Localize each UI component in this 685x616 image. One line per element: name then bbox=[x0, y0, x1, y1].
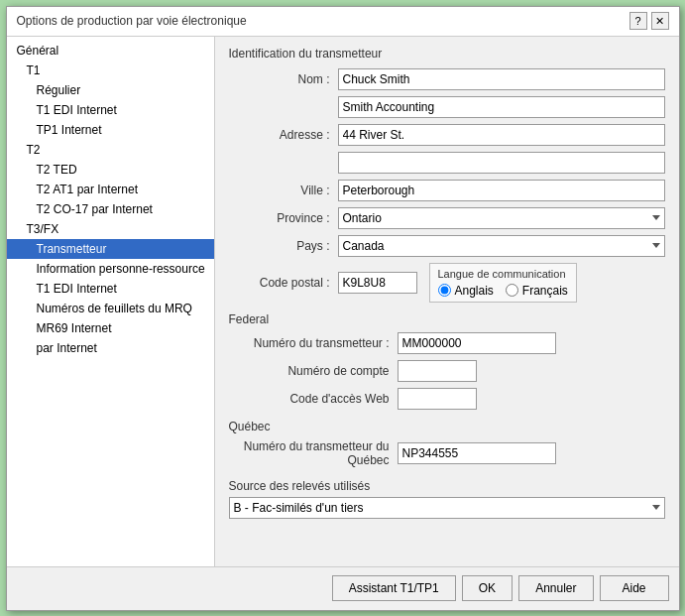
ville-row: Ville : bbox=[229, 180, 665, 201]
langue-anglais-label: Anglais bbox=[455, 284, 494, 298]
ville-input[interactable] bbox=[338, 180, 665, 201]
nom-row1: Nom : bbox=[229, 68, 665, 90]
nom-row2 bbox=[229, 96, 665, 118]
sidebar-item-numeros-mrq[interactable]: Numéros de feuillets du MRQ bbox=[7, 299, 214, 318]
langue-francais-radio[interactable] bbox=[506, 284, 518, 297]
adresse-row1: Adresse : bbox=[229, 124, 665, 146]
source-section: Source des relevés utilisés B - Fac-simi… bbox=[229, 479, 665, 519]
langue-title: Langue de communication bbox=[438, 268, 568, 280]
postal-lang-row: Code postal : Langue de communication An… bbox=[229, 263, 665, 303]
adresse-input2[interactable] bbox=[338, 152, 665, 174]
sidebar-item-info-personne[interactable]: Information personne-ressource bbox=[7, 259, 214, 279]
langue-anglais-radio[interactable] bbox=[438, 284, 451, 297]
langue-options: Anglais Français bbox=[438, 284, 568, 298]
main-content: Identification du transmetteur Nom : Adr… bbox=[215, 37, 679, 566]
sidebar-item-t3fx[interactable]: T3/FX bbox=[7, 219, 214, 239]
province-label: Province : bbox=[229, 211, 338, 225]
langue-francais-option[interactable]: Français bbox=[506, 284, 568, 298]
code-acces-input[interactable] bbox=[398, 388, 477, 410]
sidebar: Général T1 Régulier T1 EDI Internet TP1 … bbox=[7, 37, 215, 566]
quebec-numero-row: Numéro du transmetteur du Québec bbox=[229, 439, 665, 467]
federal-section: Federal Numéro du transmetteur : Numéro … bbox=[229, 312, 665, 410]
dialog-title: Options de production par voie électroni… bbox=[17, 14, 247, 28]
ville-label: Ville : bbox=[229, 184, 338, 197]
help-button[interactable]: ? bbox=[629, 12, 647, 30]
annuler-button[interactable]: Annuler bbox=[518, 575, 593, 601]
pays-select[interactable]: Canada États-Unis bbox=[338, 235, 665, 257]
section-title: Identification du transmetteur bbox=[229, 47, 665, 61]
adresse-label: Adresse : bbox=[229, 128, 338, 142]
sidebar-item-t2-at1[interactable]: T2 AT1 par Internet bbox=[7, 180, 214, 199]
code-postal-label: Code postal : bbox=[229, 276, 338, 290]
province-row: Province : Ontario Québec Alberta Colomb… bbox=[229, 207, 665, 229]
aide-button[interactable]: Aide bbox=[600, 575, 669, 601]
close-button[interactable]: ✕ bbox=[651, 12, 669, 30]
quebec-numero-label: Numéro du transmetteur du Québec bbox=[229, 439, 398, 467]
sidebar-item-transmetteur[interactable]: Transmetteur bbox=[7, 239, 214, 259]
quebec-section: Québec Numéro du transmetteur du Québec bbox=[229, 420, 665, 467]
source-select[interactable]: B - Fac-similés d'un tiers A - Formulair… bbox=[229, 497, 665, 519]
dialog-body: Général T1 Régulier T1 EDI Internet TP1 … bbox=[7, 37, 679, 566]
pays-row: Pays : Canada États-Unis bbox=[229, 235, 665, 257]
numero-compte-input[interactable] bbox=[398, 360, 477, 382]
code-acces-label: Code d'accès Web bbox=[229, 392, 398, 406]
sidebar-item-t1-edi-internet[interactable]: T1 EDI Internet bbox=[7, 279, 214, 299]
code-acces-row: Code d'accès Web bbox=[229, 388, 665, 410]
sidebar-item-tp1-internet[interactable]: TP1 Internet bbox=[7, 120, 214, 140]
quebec-title: Québec bbox=[229, 420, 665, 433]
federal-title: Federal bbox=[229, 312, 665, 326]
sidebar-item-t2-co17[interactable]: T2 CO-17 par Internet bbox=[7, 199, 214, 219]
numero-compte-label: Numéro de compte bbox=[229, 364, 398, 378]
numero-compte-row: Numéro de compte bbox=[229, 360, 665, 382]
langue-group: Langue de communication Anglais Français bbox=[429, 263, 577, 303]
sidebar-item-t1[interactable]: T1 bbox=[7, 61, 214, 80]
ok-button[interactable]: OK bbox=[462, 575, 513, 601]
titlebar: Options de production par voie électroni… bbox=[7, 7, 679, 37]
adresse-input1[interactable] bbox=[338, 124, 665, 146]
quebec-numero-input[interactable] bbox=[398, 442, 556, 464]
sidebar-item-regulier[interactable]: Régulier bbox=[7, 80, 214, 100]
sidebar-item-t2-ted[interactable]: T2 TED bbox=[7, 160, 214, 180]
assistant-button[interactable]: Assistant T1/TP1 bbox=[332, 575, 456, 601]
numero-transmetteur-label: Numéro du transmetteur : bbox=[229, 336, 398, 350]
sidebar-item-t1-edi[interactable]: T1 EDI Internet bbox=[7, 100, 214, 120]
langue-francais-label: Français bbox=[522, 284, 568, 298]
pays-label: Pays : bbox=[229, 239, 338, 253]
province-select[interactable]: Ontario Québec Alberta Colombie-Britanni… bbox=[338, 207, 665, 229]
dialog: Options de production par voie électroni… bbox=[6, 6, 680, 611]
adresse-row2 bbox=[229, 152, 665, 174]
langue-anglais-option[interactable]: Anglais bbox=[438, 284, 494, 298]
sidebar-item-t2[interactable]: T2 bbox=[7, 140, 214, 160]
sidebar-item-general[interactable]: Général bbox=[7, 41, 214, 61]
source-label: Source des relevés utilisés bbox=[229, 479, 665, 493]
code-postal-input[interactable] bbox=[338, 272, 417, 294]
titlebar-controls: ? ✕ bbox=[629, 12, 669, 30]
numero-transmetteur-row: Numéro du transmetteur : bbox=[229, 332, 665, 354]
nom-label: Nom : bbox=[229, 72, 338, 86]
dialog-footer: Assistant T1/TP1 OK Annuler Aide bbox=[7, 566, 679, 610]
nom-input2[interactable] bbox=[338, 96, 665, 118]
sidebar-item-par-internet[interactable]: par Internet bbox=[7, 338, 214, 358]
numero-transmetteur-input[interactable] bbox=[398, 332, 556, 354]
sidebar-item-mr69-internet[interactable]: MR69 Internet bbox=[7, 318, 214, 338]
nom-input1[interactable] bbox=[338, 68, 665, 90]
